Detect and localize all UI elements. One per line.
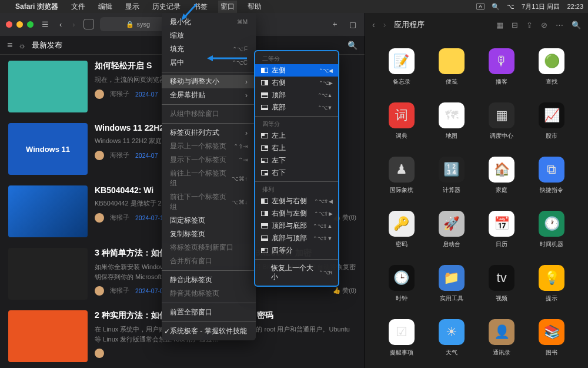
app-启动台[interactable]: 🚀启动台 xyxy=(429,211,473,248)
menubar-date[interactable]: 7月11日 周四 xyxy=(522,2,560,11)
app-label: 日历 xyxy=(496,240,507,248)
menu-edit[interactable]: 编辑 xyxy=(96,1,115,13)
theme-toggle-icon[interactable]: ☼ xyxy=(18,41,26,50)
menu-item-填充[interactable]: 填充⌃⌥F xyxy=(162,42,256,56)
ime-indicator[interactable]: A xyxy=(476,3,485,10)
app-词典[interactable]: 词词典 xyxy=(379,102,423,140)
author-avatar xyxy=(95,213,104,223)
app-label: 时间机器 xyxy=(540,240,563,248)
finder-forward[interactable]: › xyxy=(383,20,386,29)
new-tab-button[interactable]: ＋ xyxy=(329,18,341,31)
menu-item-标签页排列方式[interactable]: 标签页排列方式› xyxy=(162,126,256,140)
app-视频[interactable]: tv视频 xyxy=(480,265,524,303)
maximize-button[interactable] xyxy=(27,21,34,28)
menu-item-移动与调整大小[interactable]: 移动与调整大小› xyxy=(162,75,256,88)
app-股市[interactable]: 📈股市 xyxy=(530,102,574,140)
menu-item-静音其他标签页: 静音其他标签页 xyxy=(162,287,256,300)
sidebar-toggle-icon[interactable]: ☰ xyxy=(39,19,51,30)
author-avatar xyxy=(95,89,104,99)
app-icon: ⧉ xyxy=(539,157,564,183)
submenu-item-左下[interactable]: 左下 xyxy=(255,154,338,167)
site-nav-latest[interactable]: 最新发布 xyxy=(32,40,62,51)
app-快捷指令[interactable]: ⧉快捷指令 xyxy=(530,157,574,194)
menu-item-从组中移除窗口: 从组中移除窗口 xyxy=(162,107,256,121)
finder-search-icon[interactable]: 🔍 xyxy=(572,21,581,29)
app-国际象棋[interactable]: ♟国际象棋 xyxy=(379,157,423,194)
submenu-item-四等分[interactable]: 四等分 xyxy=(255,244,338,257)
submenu-item-右上[interactable]: 右上 xyxy=(255,142,338,154)
share-icon[interactable]: ⇪ xyxy=(526,21,533,29)
submenu-item-右下[interactable]: 右下 xyxy=(255,167,338,179)
menu-item-系统极客 - 掌握软件技能[interactable]: ✓系统极客 - 掌握软件技能 xyxy=(162,324,256,338)
menu-window[interactable]: 窗口 xyxy=(218,1,237,13)
app-时间机器[interactable]: 🕐时间机器 xyxy=(530,211,574,248)
menu-item-全屏幕拼贴[interactable]: 全屏幕拼贴› xyxy=(162,88,256,102)
app-日历[interactable]: 📅日历 xyxy=(480,211,524,248)
back-button[interactable]: ‹ xyxy=(57,19,64,30)
app-密码[interactable]: 🔑密码 xyxy=(379,211,423,248)
submenu-restore[interactable]: 恢复上一个大小⌃⌥R xyxy=(255,262,338,283)
app-label: 天气 xyxy=(446,349,457,357)
app-label: 家庭 xyxy=(496,186,507,194)
submenu-section-title: 二等分 xyxy=(255,54,338,64)
app-地图[interactable]: 🗺地图 xyxy=(429,102,473,140)
tags-icon[interactable]: ⊘ xyxy=(541,21,547,29)
app-便笺[interactable]: 便笺 xyxy=(429,48,473,86)
menu-file[interactable]: 文件 xyxy=(69,1,88,13)
app-label: 密码 xyxy=(396,240,407,248)
forward-button[interactable]: › xyxy=(70,19,77,30)
app-label: 提醒事项 xyxy=(390,349,413,357)
control-center-icon[interactable]: ⌥ xyxy=(507,3,514,11)
menu-item-缩放[interactable]: 缩放 xyxy=(162,29,256,42)
app-icon: 📚 xyxy=(539,319,564,345)
menu-item-最小化[interactable]: 最小化⌘M xyxy=(162,15,256,29)
menu-item-复制标签页[interactable]: 复制标签页 xyxy=(162,227,256,241)
position-icon xyxy=(261,105,268,110)
menu-item-静音此标签页[interactable]: 静音此标签页 xyxy=(162,273,256,287)
app-通讯录[interactable]: 👤通讯录 xyxy=(480,319,524,357)
app-图书[interactable]: 📚图书 xyxy=(530,319,574,357)
extension-icon[interactable] xyxy=(83,19,94,29)
app-提示[interactable]: 💡提示 xyxy=(530,265,574,303)
minimize-button[interactable] xyxy=(16,21,23,28)
submenu-item-左侧与右侧[interactable]: 左侧与右侧⌃⌥⇧◀ xyxy=(255,195,338,207)
menu-item-前置全部窗口[interactable]: 前置全部窗口 xyxy=(162,306,256,319)
finder-back[interactable]: ‹ xyxy=(372,20,375,29)
submenu-item-底部与顶部[interactable]: 底部与顶部⌃⌥⇧▼ xyxy=(255,232,338,244)
submenu-item-右侧与左侧[interactable]: 右侧与左侧⌃⌥⇧▶ xyxy=(255,207,338,220)
app-天气[interactable]: ☀天气 xyxy=(429,319,473,357)
app-label: 提示 xyxy=(546,294,557,303)
group-icon[interactable]: ⊟ xyxy=(512,21,518,29)
submenu-item-顶部[interactable]: 顶部⌃⌥▲ xyxy=(255,89,338,101)
view-mode-icon[interactable]: ▦ xyxy=(496,21,503,29)
app-icon: 💡 xyxy=(539,265,564,291)
menubar-time[interactable]: 22:23 xyxy=(567,3,583,10)
app-家庭[interactable]: 🏠家庭 xyxy=(480,157,524,194)
app-查找[interactable]: 🟢查找 xyxy=(530,48,574,86)
article-likes[interactable]: 👍 赞(0) xyxy=(333,287,356,295)
tabs-overview-icon[interactable]: ▢ xyxy=(347,19,359,30)
app-备忘录[interactable]: 📝备忘录 xyxy=(379,48,423,86)
submenu-item-顶部与底部[interactable]: 顶部与底部⌃⌥⇧▲ xyxy=(255,220,338,232)
app-调度中心[interactable]: ▦调度中心 xyxy=(480,102,524,140)
submenu-item-底部[interactable]: 底部⌃⌥▼ xyxy=(255,101,338,114)
article-date: 2024-07 xyxy=(135,152,158,159)
app-时钟[interactable]: 🕒时钟 xyxy=(379,265,423,303)
submenu-item-左侧[interactable]: 左侧⌃⌥◀ xyxy=(255,64,338,77)
menu-history[interactable]: 历史记录 xyxy=(150,1,183,13)
close-button[interactable] xyxy=(6,21,12,28)
menu-help[interactable]: 帮助 xyxy=(245,1,264,13)
search-icon[interactable]: 🔍 xyxy=(348,41,358,50)
menu-view[interactable]: 显示 xyxy=(123,1,142,13)
hamburger-icon[interactable]: ≡ xyxy=(7,40,12,51)
submenu-item-右侧[interactable]: 右侧⌃⌥▶ xyxy=(255,77,338,89)
menu-item-固定标签页[interactable]: 固定标签页 xyxy=(162,214,256,227)
app-播客[interactable]: 🎙播客 xyxy=(480,48,524,86)
spotlight-icon[interactable]: 🔍 xyxy=(492,3,500,11)
app-实用工具[interactable]: 📁实用工具 xyxy=(429,265,473,303)
app-提醒事项[interactable]: ☑提醒事项 xyxy=(379,319,423,357)
submenu-item-左上[interactable]: 左上 xyxy=(255,130,338,142)
more-icon[interactable]: ⋯ xyxy=(556,21,563,29)
app-计算器[interactable]: 🔢计算器 xyxy=(429,157,473,194)
app-name[interactable]: Safari 浏览器 xyxy=(13,1,61,13)
